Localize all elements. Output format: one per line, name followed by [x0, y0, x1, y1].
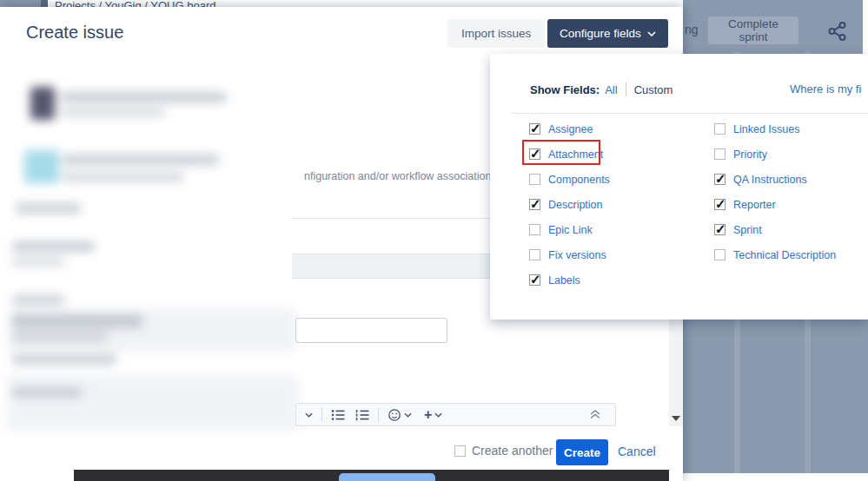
configure-fields-dropdown: Show Fields: All Custom Where is my fi A… — [490, 54, 868, 320]
field-option-components[interactable]: Components — [529, 170, 610, 188]
background-text-fragment: ng — [685, 23, 699, 36]
toolbar-divider — [321, 408, 322, 422]
media-bar — [74, 470, 669, 481]
checkbox[interactable] — [714, 148, 726, 160]
field-option-reporter[interactable]: Reporter — [714, 195, 836, 214]
window-edge — [863, 0, 868, 56]
collapse-icon[interactable] — [589, 410, 601, 419]
emoji-icon[interactable] — [388, 408, 412, 422]
field-column-left: Assignee Attachment Components Descripti… — [529, 120, 610, 296]
checkbox[interactable] — [529, 148, 540, 160]
checkbox[interactable] — [714, 199, 726, 210]
field-option-assignee[interactable]: Assignee — [529, 120, 610, 138]
field-option-technical-description[interactable]: Technical Description — [714, 246, 836, 264]
numbered-list-icon[interactable] — [355, 408, 369, 422]
avatar — [30, 87, 55, 120]
show-fields-header: Show Fields: All Custom — [530, 82, 673, 96]
redacted-form-area — [0, 61, 306, 469]
field-option-sprint[interactable]: Sprint — [714, 221, 836, 239]
checkbox[interactable] — [714, 174, 726, 185]
configure-fields-button[interactable]: Configure fields — [547, 19, 668, 48]
field-option-priority[interactable]: Priority — [714, 145, 836, 163]
checkbox[interactable] — [529, 224, 540, 235]
checkbox[interactable] — [529, 274, 540, 286]
filter-all-link[interactable]: All — [605, 83, 617, 96]
field-option-qa-instructions[interactable]: QA Instructions — [714, 170, 836, 188]
filter-custom-link[interactable]: Custom — [634, 83, 673, 96]
plus-icon[interactable]: + — [424, 408, 442, 422]
field-column-right: Linked Issues Priority QA Instructions R… — [714, 120, 836, 271]
scroll-down-arrow-icon[interactable] — [672, 416, 680, 421]
filter-divider — [626, 82, 626, 96]
create-another-checkbox[interactable] — [454, 445, 466, 457]
dropdown-divider — [512, 113, 868, 114]
checkbox[interactable] — [529, 199, 540, 210]
checkbox[interactable] — [529, 249, 540, 260]
hidden-fields-helper-text: nfiguration and/or workflow associations — [304, 170, 497, 182]
bullet-list-icon[interactable] — [331, 408, 345, 422]
field-option-description[interactable]: Description — [529, 195, 610, 214]
media-bar-button[interactable] — [339, 473, 435, 481]
field-option-labels[interactable]: Labels — [529, 271, 610, 289]
checkbox[interactable] — [714, 123, 726, 135]
disabled-field — [292, 254, 521, 279]
where-is-my-field-link[interactable]: Where is my fi — [790, 82, 861, 96]
share-icon[interactable] — [826, 21, 849, 43]
issue-type-icon — [24, 150, 59, 183]
configure-fields-label: Configure fields — [560, 27, 641, 40]
checkbox[interactable] — [529, 174, 540, 185]
complete-sprint-button[interactable]: Complete sprint — [708, 16, 798, 44]
field-option-linked-issues[interactable]: Linked Issues — [714, 120, 836, 138]
checkbox[interactable] — [714, 224, 726, 235]
show-fields-label: Show Fields: — [530, 83, 600, 96]
checkbox[interactable] — [714, 249, 726, 260]
toolbar-divider — [378, 408, 379, 422]
modal-title: Create issue — [26, 23, 123, 43]
create-another-label: Create another — [472, 444, 553, 458]
page-bottom — [683, 473, 868, 481]
chevron-down-icon — [647, 31, 656, 36]
cancel-link[interactable]: Cancel — [618, 445, 656, 458]
modal-scrollbar[interactable] — [669, 320, 683, 426]
create-button[interactable]: Create — [556, 439, 608, 465]
import-issues-button[interactable]: Import issues — [447, 19, 545, 48]
field-option-fix-versions[interactable]: Fix versions — [529, 246, 610, 264]
screen: ng Complete sprint Projects / YouGig / Y… — [0, 0, 868, 481]
checkbox[interactable] — [529, 123, 540, 135]
text-input[interactable] — [295, 318, 447, 343]
field-option-epic-link[interactable]: Epic Link — [529, 221, 610, 239]
field-border — [292, 218, 521, 219]
field-option-attachment[interactable]: Attachment — [529, 145, 610, 163]
description-editor-toolbar: + — [295, 403, 616, 426]
text-style-chevron-icon[interactable] — [305, 412, 313, 418]
